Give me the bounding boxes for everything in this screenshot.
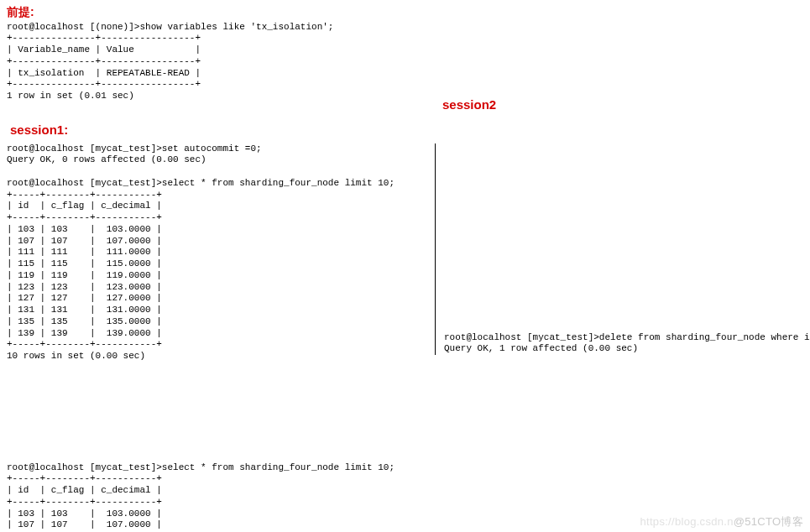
table-row: | 103 | 103 | 103.0000 |: [7, 224, 162, 234]
table-row: | 123 | 123 | 123.0000 |: [7, 282, 162, 292]
s1b-tbl-header: | id | c_flag | c_decimal |: [7, 485, 162, 495]
table-row: | 103 | 103 | 103.0000 |: [7, 509, 162, 519]
sep: +-----+--------+-----------+: [7, 497, 162, 507]
watermark: https://blog.csdn.n@51CTO博客: [640, 515, 803, 529]
premise-prompt: root@localhost [(none)]>show variables l…: [7, 22, 333, 32]
session1-block: root@localhost [mycat_test]>set autocomm…: [7, 143, 435, 362]
sep: +-----+--------+-----------+: [7, 190, 162, 200]
premise-block: root@localhost [(none)]>show variables l…: [7, 22, 803, 102]
table-row: | 107 | 107 | 107.0000 |: [7, 236, 162, 246]
table-row: | 107 | 107 | 107.0000 |: [7, 519, 162, 529]
watermark-left: https://blog.csdn.n: [640, 515, 734, 528]
s2-delete-cmd: root@localhost [mycat_test]>delete from …: [444, 332, 810, 342]
table-row: | 139 | 139 | 139.0000 |: [7, 328, 162, 338]
s1-autocommit-cmd: root@localhost [mycat_test]>set autocomm…: [7, 143, 262, 154]
premise-row: | tx_isolation | REPEATABLE-READ |: [7, 68, 201, 78]
watermark-right: @51CTO博客: [734, 515, 803, 528]
sep: +-----+--------+-----------+: [7, 212, 162, 222]
sep: +-----+--------+-----------+: [7, 473, 162, 483]
table-row: | 131 | 131 | 131.0000 |: [7, 305, 162, 315]
session2-block: root@localhost [mycat_test]>delete from …: [444, 332, 810, 356]
s2-delete-res: Query OK, 1 row affected (0.00 sec): [444, 343, 638, 353]
table-row: | 135 | 135 | 135.0000 |: [7, 316, 162, 326]
s1-select-cmd: root@localhost [mycat_test]>select * fro…: [7, 178, 395, 188]
sep: +-----+--------+-----------+: [7, 339, 162, 349]
session2-heading: session2: [442, 97, 496, 113]
sep: +---------------+-----------------+: [7, 56, 201, 66]
premise-header: | Variable_name | Value |: [7, 44, 201, 55]
premise-footer: 1 row in set (0.01 sec): [7, 91, 134, 101]
s1-tbl-footer: 10 rows in set (0.00 sec): [7, 351, 145, 361]
table-row: | 111 | 111 | 111.0000 |: [7, 247, 162, 257]
table-row: | 119 | 119 | 119.0000 |: [7, 270, 162, 280]
table-row: | 127 | 127 | 127.0000 |: [7, 293, 162, 303]
premise-heading: 前提:: [7, 5, 803, 20]
table-row: | 115 | 115 | 115.0000 |: [7, 258, 162, 269]
s1-tbl-header: | id | c_flag | c_decimal |: [7, 201, 162, 211]
sep: +---------------+-----------------+: [7, 33, 201, 43]
s1b-select-cmd: root@localhost [mycat_test]>select * fro…: [7, 462, 395, 472]
session1-heading: session1:: [10, 123, 803, 138]
sep: +---------------+-----------------+: [7, 79, 201, 89]
s1-autocommit-res: Query OK, 0 rows affected (0.00 sec): [7, 154, 206, 164]
